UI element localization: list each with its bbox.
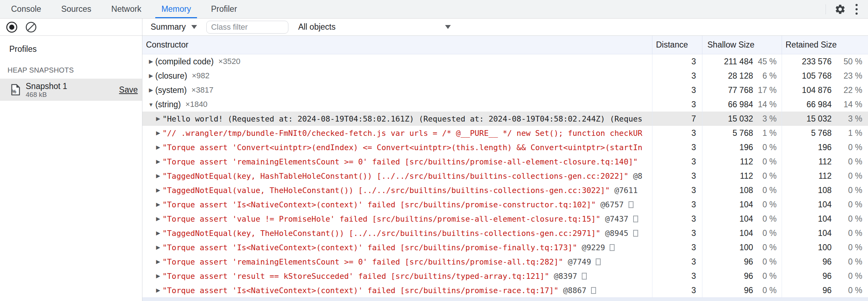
column-header-shallow-size[interactable]: Shallow Size (702, 36, 782, 54)
retained-size-cell: 112 0 % (782, 154, 868, 169)
snapshot-title: Snapshot 1 (26, 82, 67, 91)
box-glyph (596, 258, 601, 265)
distance-cell: 3 (652, 140, 702, 154)
table-row[interactable]: ▶ "TaggedNotEqual(key, TheHoleConstant()… (142, 226, 868, 240)
shallow-size-value: 108 (702, 186, 753, 195)
clear-profiles-button[interactable] (25, 21, 37, 34)
table-row[interactable]: ▶ "Torque assert 'Is<NativeContext>(cont… (142, 283, 868, 297)
disclosure-triangle-icon[interactable]: ▶ (155, 258, 161, 265)
table-row[interactable]: ▶ "Torque assert 'remainingElementsCount… (142, 154, 868, 169)
column-header-constructor[interactable]: Constructor (142, 36, 652, 54)
instance-count: ×1840 (186, 100, 208, 109)
retained-size-percent: 0 % (832, 157, 868, 167)
retained-size-value: 15 032 (782, 114, 832, 124)
retained-size-cell: 112 0 % (782, 169, 868, 183)
disclosure-triangle-icon[interactable]: ▶ (155, 173, 161, 179)
constructor-cell: ▶ "Hello world! (Requested at: 2024-08-1… (142, 112, 652, 126)
table-row[interactable]: ▶ "// .wrangler/tmp/bundle-FmNIt0/checke… (142, 126, 868, 140)
disclosure-triangle-icon[interactable]: ▶ (155, 216, 161, 222)
table-row[interactable]: ▶ "Torque assert 'Is<NativeContext>(cont… (142, 240, 868, 255)
table-row[interactable]: ▶ "TaggedNotEqual(value, TheHoleConstant… (142, 183, 868, 197)
grid-body: ▶ (compiled code) ×3520 3 211 484 45 % 2… (142, 54, 868, 297)
table-row[interactable]: ▶ "Torque assert 'Is<NativeContext>(cont… (142, 197, 868, 212)
retained-size-percent: 23 % (832, 71, 868, 81)
shallow-size-percent: 0 % (753, 271, 782, 281)
retained-size-value: 108 (782, 186, 832, 195)
objects-scope-value: All objects (298, 22, 335, 32)
table-row[interactable]: ▶ (system) ×3817 3 77 768 17 % 104 876 2… (142, 83, 868, 97)
distance-cell: 3 (652, 255, 702, 269)
disclosure-triangle-icon[interactable]: ▶ (148, 58, 154, 65)
shallow-size-cell: 77 768 17 % (702, 83, 782, 97)
sidebar-item-snapshot-1[interactable]: % Snapshot 1 468 kB Save (0, 79, 142, 101)
table-row[interactable]: ▶ "Torque assert 'Convert<uintptr>(endIn… (142, 140, 868, 154)
object-id: @6757 (600, 200, 624, 209)
tabbar-spacer (251, 0, 826, 18)
constructor-cell: ▶ (closure) ×982 (142, 69, 652, 83)
shallow-size-percent: 0 % (753, 143, 782, 152)
disclosure-triangle-icon[interactable]: ▶ (155, 230, 161, 236)
table-row[interactable]: ▶ (compiled code) ×3520 3 211 484 45 % 2… (142, 54, 868, 69)
record-heap-snapshot-button[interactable] (5, 21, 18, 34)
distance-cell: 7 (652, 112, 702, 126)
retained-size-cell: 5 768 1 % (782, 126, 868, 140)
save-snapshot-link[interactable]: Save (119, 85, 138, 95)
shallow-size-cell: 104 0 % (702, 212, 782, 226)
column-header-distance[interactable]: Distance (652, 36, 702, 54)
tab-memory[interactable]: Memory (155, 0, 197, 18)
class-filter-input[interactable] (206, 21, 288, 34)
retained-size-percent: 3 % (832, 114, 868, 124)
tab-console[interactable]: Console (5, 0, 47, 18)
retained-size-cell: 104 0 % (782, 226, 868, 240)
table-row[interactable]: ▶ "Torque assert 'value != PromiseHole' … (142, 212, 868, 226)
disclosure-triangle-icon[interactable]: ▶ (155, 287, 161, 293)
box-glyph (629, 201, 634, 208)
tab-network[interactable]: Network (105, 0, 147, 18)
disclosure-triangle-icon[interactable]: ▶ (155, 273, 161, 279)
heap-snapshots-section-label: HEAP SNAPSHOTS (7, 66, 142, 74)
retained-size-percent: 0 % (832, 271, 868, 281)
retained-size-percent: 1 % (832, 128, 868, 138)
shallow-size-cell: 96 0 % (702, 255, 782, 269)
disclosure-triangle-icon[interactable]: ▶ (155, 158, 161, 165)
distance-cell: 3 (652, 226, 702, 240)
tabbar-divider (826, 4, 826, 14)
constructor-cell: ▶ "Torque assert 'remainingElementsCount… (142, 154, 652, 169)
table-row[interactable]: ▶ "Hello world! (Requested at: 2024-08-1… (142, 112, 868, 126)
shallow-size-cell: 211 484 45 % (702, 54, 782, 69)
disclosure-triangle-icon[interactable]: ▶ (155, 187, 161, 193)
heap-snapshot-grid: Constructor Distance Shallow Size Retain… (142, 36, 868, 301)
distance-cell: 3 (652, 212, 702, 226)
retained-size-cell: 104 876 22 % (782, 83, 868, 97)
disclosure-triangle-icon[interactable]: ▶ (148, 73, 154, 79)
retained-size-value: 66 984 (782, 100, 832, 109)
shallow-size-percent: 0 % (753, 286, 782, 295)
constructor-cell: ▶ "TaggedNotEqual(value, TheHoleConstant… (142, 183, 652, 197)
tab-profiler[interactable]: Profiler (205, 0, 243, 18)
column-header-retained-size[interactable]: Retained Size (782, 36, 868, 54)
shallow-size-value: 104 (702, 200, 753, 209)
disclosure-triangle-icon[interactable]: ▼ (148, 102, 154, 108)
settings-button[interactable] (832, 0, 849, 18)
table-row[interactable]: ▶ (closure) ×982 3 28 128 6 % 105 768 23… (142, 69, 868, 83)
disclosure-triangle-icon[interactable]: ▶ (148, 87, 154, 93)
constructor-name: "Torque assert 'Is<NativeContext>(contex… (162, 243, 577, 252)
constructor-cell: ▶ "Torque assert 'result == kStoreSucced… (142, 269, 652, 283)
table-row[interactable]: ▼ (string) ×1840 3 66 984 14 % 66 984 14… (142, 97, 868, 112)
table-row[interactable]: ▶ "TaggedNotEqual(key, HashTableHoleCons… (142, 169, 868, 183)
disclosure-triangle-icon[interactable]: ▶ (155, 130, 161, 136)
retained-size-cell: 104 0 % (782, 212, 868, 226)
table-row[interactable]: ▶ "Torque assert 'result == kStoreSucced… (142, 269, 868, 283)
objects-scope-select[interactable]: All objects (298, 22, 451, 32)
disclosure-triangle-icon[interactable]: ▶ (155, 144, 161, 150)
disclosure-triangle-icon[interactable]: ▶ (155, 201, 161, 208)
more-options-button[interactable] (849, 0, 864, 18)
disclosure-triangle-icon[interactable]: ▶ (155, 115, 161, 122)
perspective-select[interactable]: Summary (151, 22, 197, 32)
table-row[interactable]: ▶ "Torque assert 'remainingElementsCount… (142, 255, 868, 269)
tab-sources[interactable]: Sources (55, 0, 97, 18)
shallow-size-percent: 45 % (753, 57, 782, 66)
shallow-size-value: 77 768 (702, 85, 753, 95)
disclosure-triangle-icon[interactable]: ▶ (155, 244, 161, 251)
shallow-size-value: 96 (702, 257, 753, 267)
